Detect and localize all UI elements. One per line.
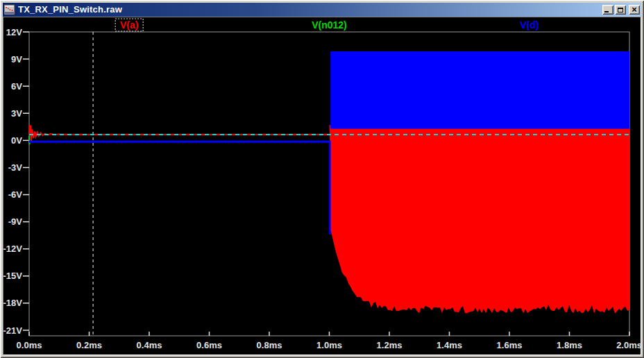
ltspice-waveform-window: TX_RX_PIN_Switch.raw × 12V9V6V3V0V-3V-6V… — [0, 0, 644, 358]
waveform-file-icon[interactable] — [4, 4, 15, 15]
window-controls: × — [602, 5, 640, 15]
close-icon: × — [632, 6, 637, 13]
maximize-icon — [618, 8, 623, 12]
maximize-button[interactable] — [615, 5, 626, 15]
waveform-plot-area[interactable] — [3, 17, 641, 355]
titlebar[interactable]: TX_RX_PIN_Switch.raw × — [3, 3, 641, 17]
minimize-button[interactable] — [602, 5, 613, 15]
close-button[interactable]: × — [629, 5, 640, 15]
minimize-icon — [604, 11, 609, 12]
window-title: TX_RX_PIN_Switch.raw — [18, 3, 602, 17]
